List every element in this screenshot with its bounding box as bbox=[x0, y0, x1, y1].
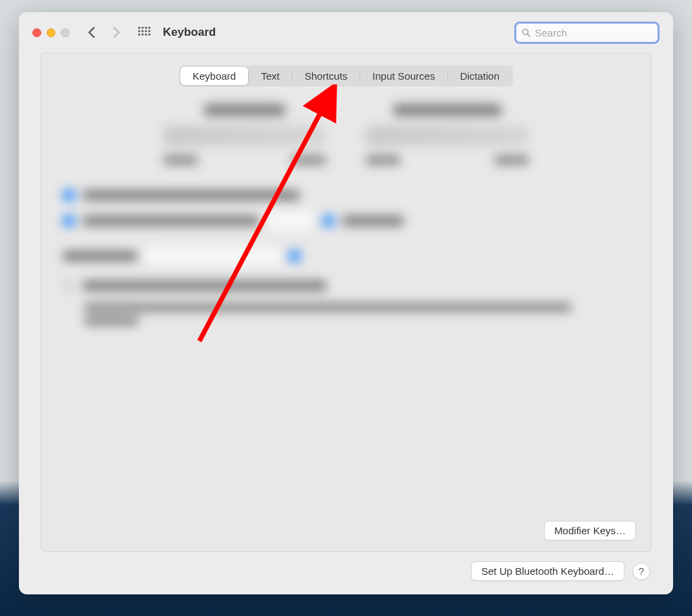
svg-point-9 bbox=[141, 33, 143, 35]
tab-shortcuts[interactable]: Shortcuts bbox=[293, 67, 360, 85]
footer: Set Up Bluetooth Keyboard… ? bbox=[41, 552, 651, 581]
tab-input-sources[interactable]: Input Sources bbox=[360, 67, 447, 85]
search-icon bbox=[522, 28, 530, 38]
window-title: Keyboard bbox=[163, 26, 514, 39]
forward-button bbox=[113, 26, 121, 38]
search-input[interactable] bbox=[535, 27, 652, 38]
preferences-window: Keyboard Keyboard Text Shortcuts Input S… bbox=[19, 12, 673, 594]
tab-text[interactable]: Text bbox=[249, 67, 292, 85]
svg-line-13 bbox=[528, 34, 530, 36]
search-field-wrap[interactable] bbox=[514, 22, 660, 44]
svg-point-10 bbox=[145, 33, 147, 35]
tab-dictation[interactable]: Dictation bbox=[448, 67, 512, 85]
svg-point-5 bbox=[141, 30, 143, 32]
back-button[interactable] bbox=[87, 26, 95, 38]
svg-point-1 bbox=[141, 26, 143, 28]
svg-point-7 bbox=[148, 30, 150, 32]
help-button[interactable]: ? bbox=[633, 563, 650, 580]
minimize-button[interactable] bbox=[47, 28, 55, 37]
svg-point-6 bbox=[145, 30, 147, 32]
modifier-keys-button[interactable]: Modifier Keys… bbox=[544, 521, 636, 540]
svg-point-11 bbox=[148, 33, 150, 35]
close-button[interactable] bbox=[32, 28, 41, 37]
tab-keyboard[interactable]: Keyboard bbox=[180, 67, 248, 85]
window-titlebar: Keyboard bbox=[19, 12, 673, 53]
tab-bar: Keyboard Text Shortcuts Input Sources Di… bbox=[179, 66, 513, 86]
show-all-icon[interactable] bbox=[137, 26, 151, 39]
traffic-lights bbox=[32, 28, 70, 37]
content-area: Keyboard Text Shortcuts Input Sources Di… bbox=[19, 53, 673, 594]
main-panel: Keyboard Text Shortcuts Input Sources Di… bbox=[41, 53, 651, 552]
maximize-button bbox=[61, 28, 70, 37]
svg-point-3 bbox=[148, 26, 150, 28]
blurred-settings bbox=[56, 104, 636, 326]
nav-buttons bbox=[87, 26, 121, 38]
svg-point-0 bbox=[138, 26, 140, 28]
svg-point-8 bbox=[138, 33, 140, 35]
svg-point-4 bbox=[138, 30, 140, 32]
bluetooth-keyboard-button[interactable]: Set Up Bluetooth Keyboard… bbox=[471, 561, 624, 581]
svg-point-2 bbox=[145, 26, 147, 28]
